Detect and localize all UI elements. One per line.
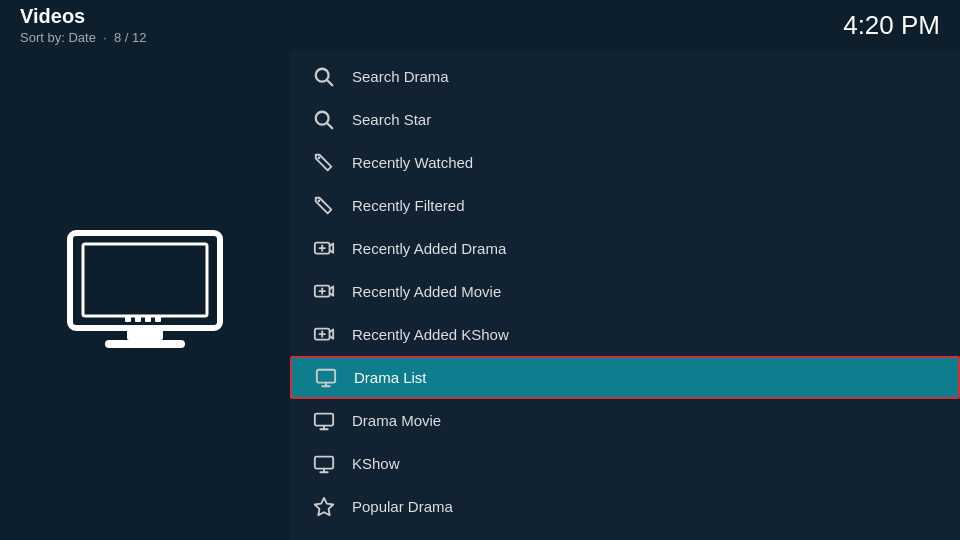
- menu-item-label-search-drama: Search Drama: [352, 68, 449, 85]
- menu-list: Search Drama Search Star Recently Watche…: [290, 50, 960, 540]
- monitor-small-icon: [310, 407, 338, 435]
- tag-icon: [310, 149, 338, 177]
- menu-item-search-drama[interactable]: Search Drama: [290, 55, 960, 98]
- svg-rect-7: [155, 316, 161, 322]
- monitor-small-icon: [310, 450, 338, 478]
- menu-item-drama-movie[interactable]: Drama Movie: [290, 399, 960, 442]
- menu-item-label-recently-filtered: Recently Filtered: [352, 197, 465, 214]
- add-video-icon: [310, 321, 338, 349]
- menu-item-label-popular-drama: Popular Drama: [352, 498, 453, 515]
- svg-rect-23: [317, 369, 335, 382]
- menu-item-recently-filtered[interactable]: Recently Filtered: [290, 184, 960, 227]
- tv-icon-container: [65, 228, 225, 362]
- add-video-icon: [310, 278, 338, 306]
- menu-item-recently-watched[interactable]: Recently Watched: [290, 141, 960, 184]
- menu-item-label-drama-list: Drama List: [354, 369, 427, 386]
- menu-item-label-recently-watched: Recently Watched: [352, 154, 473, 171]
- menu-item-label-recently-added-kshow: Recently Added KShow: [352, 326, 509, 343]
- svg-rect-5: [135, 316, 141, 322]
- svg-rect-26: [315, 413, 333, 425]
- svg-rect-1: [83, 244, 207, 316]
- svg-rect-0: [70, 233, 220, 328]
- search-icon: [310, 106, 338, 134]
- svg-line-9: [327, 80, 332, 85]
- clock: 4:20 PM: [843, 10, 940, 41]
- tag-icon: [310, 192, 338, 220]
- svg-rect-29: [315, 456, 333, 468]
- menu-item-label-kshow: KShow: [352, 455, 400, 472]
- star-icon: [310, 536, 338, 541]
- monitor-icon: [312, 364, 340, 392]
- header-left: Videos Sort by: Date · 8 / 12: [20, 5, 146, 45]
- svg-marker-32: [315, 497, 333, 514]
- svg-line-11: [327, 123, 332, 128]
- menu-item-kshow[interactable]: KShow: [290, 442, 960, 485]
- header: Videos Sort by: Date · 8 / 12 4:20 PM: [0, 0, 960, 50]
- menu-item-label-search-star: Search Star: [352, 111, 431, 128]
- menu-item-label-drama-movie: Drama Movie: [352, 412, 441, 429]
- menu-item-popular-star[interactable]: Popular Star: [290, 528, 960, 540]
- menu-item-label-recently-added-drama: Recently Added Drama: [352, 240, 506, 257]
- tv-icon: [65, 228, 225, 362]
- search-icon: [310, 63, 338, 91]
- menu-item-recently-added-kshow[interactable]: Recently Added KShow: [290, 313, 960, 356]
- menu-item-recently-added-movie[interactable]: Recently Added Movie: [290, 270, 960, 313]
- menu-item-label-recently-added-movie: Recently Added Movie: [352, 283, 501, 300]
- page-title: Videos: [20, 5, 146, 28]
- svg-rect-2: [127, 328, 163, 340]
- menu-item-recently-added-drama[interactable]: Recently Added Drama: [290, 227, 960, 270]
- svg-point-13: [318, 199, 321, 202]
- svg-point-12: [318, 156, 321, 159]
- svg-rect-4: [125, 316, 131, 322]
- sort-info: Sort by: Date · 8 / 12: [20, 30, 146, 45]
- menu-item-popular-drama[interactable]: Popular Drama: [290, 485, 960, 528]
- add-video-icon: [310, 235, 338, 263]
- menu-item-drama-list[interactable]: Drama List: [290, 356, 960, 399]
- left-panel: [0, 50, 290, 540]
- star-icon: [310, 493, 338, 521]
- menu-item-search-star[interactable]: Search Star: [290, 98, 960, 141]
- svg-rect-6: [145, 316, 151, 322]
- svg-rect-3: [105, 340, 185, 348]
